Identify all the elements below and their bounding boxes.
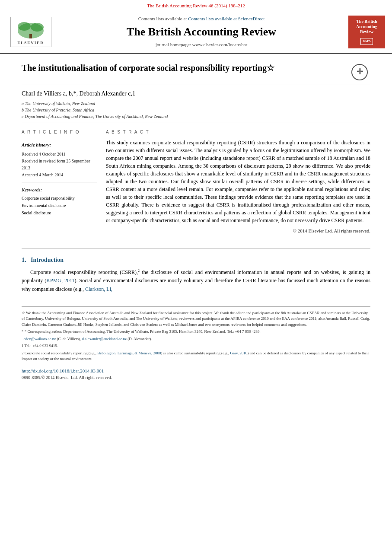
section-divider [22,248,370,249]
authors-section: Charl de Villiers a, b,*, Deborah Alexan… [22,85,370,122]
doi-link[interactable]: http://dx.doi.org/10.1016/j.bar.2014.03.… [22,368,104,373]
journal-citation: The British Accounting Review 46 (2014) … [147,3,245,8]
star-symbol: ☆ [267,63,274,73]
elsevier-logo-section: ELSEVIER [7,16,54,48]
footnote-corr: * * Corresponding author. Department of … [22,329,370,335]
footnote-csrr: 2 Corporate social responsibility report… [22,350,370,362]
introduction-title: 1. Introduction [22,256,370,264]
article-info-abstract: A R T I C L E I N F O Article history: R… [22,122,370,241]
keywords-label: Keywords: [22,187,97,193]
doi-section: http://dx.doi.org/10.1016/j.bar.2014.03.… [22,363,370,382]
introduction-section: 1. Introduction Corporate social respons… [22,256,370,298]
main-content: The institutionalisation of corporate so… [0,54,392,382]
journal-header-center: Contents lists available at Contents lis… [59,16,344,48]
abstract-text: This study examines corporate social res… [106,139,370,224]
abstract-column: A B S T R A C T This study examines corp… [106,129,370,234]
authors: Charl de Villiers a, b,*, Deborah Alexan… [22,89,370,98]
copyright: © 2014 Elsevier Ltd. All rights reserved… [106,228,370,234]
introduction-body: Corporate social responsibility reportin… [22,268,370,293]
affiliation-b: b The University of Pretoria, South Afri… [22,107,370,113]
journal-title: The British Accounting Review [127,24,276,40]
abstract-header: A B S T R A C T [106,129,370,135]
accepted-date: Accepted 4 March 2014 [22,172,97,178]
affiliation-a: a The University of Waikato, New Zealand [22,100,370,107]
keyword-3: Social disclosure [22,209,97,217]
crossmark-section: ✛ [349,62,370,80]
article-title: The institutionalisation of corporate so… [22,62,344,73]
article-info-header: A R T I C L E I N F O [22,129,97,135]
badge-bafa-logo: BAFA [360,38,373,45]
article-history-label: Article history: [22,142,97,148]
article-title-section: The institutionalisation of corporate so… [22,54,370,85]
footnote-tel: 1 Tel.: +64 9 923 9415. [22,343,370,349]
revised-date: Received in revised form 25 September 20… [22,158,97,172]
issn-text: 0890-8389/© 2014 Elsevier Ltd. All right… [22,375,370,381]
footnote-section: ☆ We thank the Accounting and Finance As… [22,306,370,362]
top-bar: The British Accounting Review 46 (2014) … [0,0,392,11]
keyword-1: Corporate social responsibility [22,194,97,202]
affiliations: a The University of Waikato, New Zealand… [22,100,370,120]
kpmg-citation[interactable]: KPMG, 2011 [46,277,74,283]
footnote-email: cdev@waikato.ac.nz (C. de Villiers), d.a… [22,336,370,342]
received-date: Received 4 October 2011 [22,151,97,158]
journal-badge: The BritishAccountingReview BAFA [348,16,385,48]
clarkson-citation[interactable]: Clarkson, Li, [85,286,112,292]
badge-journal-title: The BritishAccountingReview [356,19,377,35]
journal-homepage: journal homepage: www.elsevier.com/locat… [156,41,248,48]
journal-header: ELSEVIER Contents lists available at Con… [0,11,392,53]
crossmark-icon: ✛ [351,64,368,80]
article-info-column: A R T I C L E I N F O Article history: R… [22,129,97,234]
keyword-2: Environmental disclosure [22,202,97,209]
contents-available: Contents lists available at Contents lis… [138,16,265,22]
elsevier-brand: ELSEVIER [17,39,44,47]
elsevier-tree-icon [11,18,50,39]
sciencedirect-link[interactable]: Contents lists available at ScienceDirec… [188,16,265,21]
affiliation-c: c Department of Accounting and Finance, … [22,113,370,120]
elsevier-logo: ELSEVIER [10,17,51,47]
footnote-star: ☆ We thank the Accounting and Finance As… [22,310,370,328]
